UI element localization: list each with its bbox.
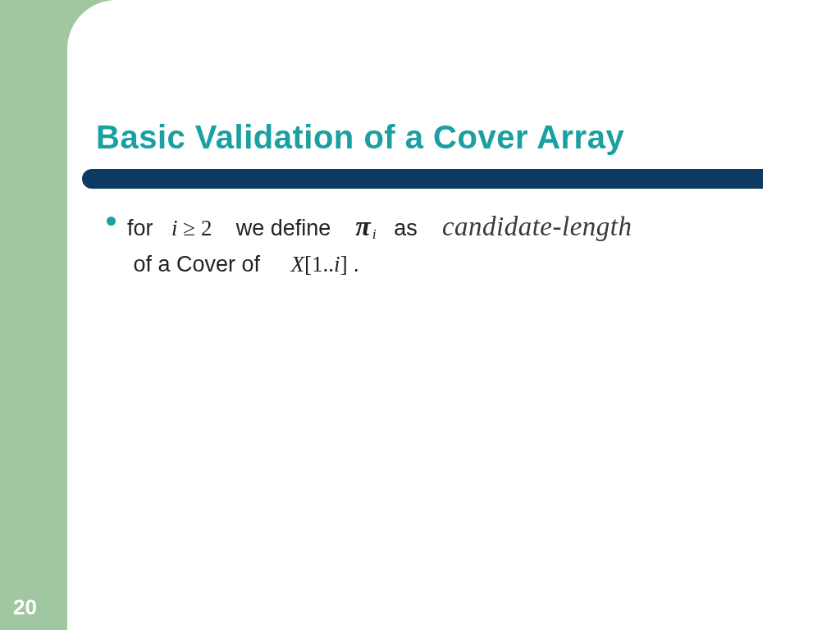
text-as: as xyxy=(394,216,418,240)
text-for: for xyxy=(127,216,153,240)
math-pi-sub: i xyxy=(371,226,377,242)
bullet-item: for i ≥ 2 we define πi as candidate-leng… xyxy=(107,205,812,282)
math-x-1-i: X[1..i] xyxy=(291,252,354,276)
text-we-define: we define xyxy=(236,216,331,240)
bullet-icon xyxy=(107,217,116,226)
math-i-ge-2: i ≥ 2 xyxy=(171,216,217,240)
title-underline xyxy=(82,169,763,189)
math-pi-i: πi xyxy=(355,216,381,240)
slide-number: 20 xyxy=(13,595,37,620)
slide-body: for i ≥ 2 we define πi as candidate-leng… xyxy=(107,205,812,282)
math-pi-base: π xyxy=(355,211,370,241)
text-of-a-cover-of: of a Cover of xyxy=(134,252,261,276)
text-candidate-length: candidate-length xyxy=(442,212,632,241)
slide-title: Basic Validation of a Cover Array xyxy=(96,119,624,156)
slide-card xyxy=(67,0,840,630)
text-period: . xyxy=(353,252,359,276)
left-accent-band xyxy=(0,0,67,630)
bullet-text: for i ≥ 2 we define πi as candidate-leng… xyxy=(127,205,812,282)
